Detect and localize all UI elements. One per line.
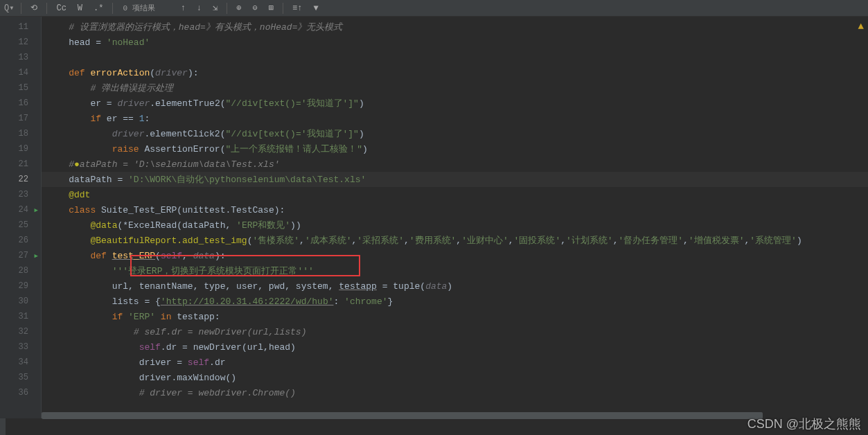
results-count: 0 项结果 [123,3,154,13]
line-number: 15 [0,80,41,96]
horizontal-scrollbar[interactable] [42,411,861,420]
separator [227,3,227,14]
separator [283,3,283,14]
code-line[interactable]: driver.maxWindow() [42,370,868,385]
scrollbar-thumb[interactable] [42,412,763,419]
filter-icon[interactable]: ▼ [311,3,320,13]
code-line[interactable]: driver.elementClick2("//div[text()='我知道了… [42,126,868,141]
regex-button[interactable]: .* [91,3,105,13]
code-line[interactable]: er = driver.elementTrue2("//div[text()='… [42,96,868,111]
prev-occ-icon[interactable]: ⟲ [28,3,39,13]
select-all-icon[interactable]: ⇲ [211,3,220,13]
code-line[interactable]: '''登录ERP，切换到子系统模块页面打开正常''' [42,263,868,278]
code-line[interactable]: #●ataPath = 'D:\selenium\data\Test.xls' [42,157,868,172]
code-line[interactable]: ⊟ def errorAction(driver): [42,65,868,80]
code-line[interactable]: # 弹出错误提示处理 [42,80,868,96]
code-line[interactable]: raise AssertionError("上一个系统报错！请人工核验！") [42,141,868,157]
line-number: 24▶ [0,202,41,218]
line-number: 22 [0,172,41,187]
line-number: 33 [0,339,41,355]
code-line[interactable]: dataPath = 'D:\WORK\自动化\pythonselenium\d… [42,172,868,187]
line-number: 25 [0,218,41,233]
line-number: 21 [0,157,41,172]
remove-selection-icon[interactable]: ⊖ [251,3,260,13]
code-line[interactable] [42,50,868,65]
find-toolbar: Q▾ ⟲ Cc W .* 0 项结果 ↑ ↓ ⇲ ⊕ ⊖ ⊞ ≡↑ ▼ [0,0,868,17]
line-number: 31 [0,309,41,324]
line-number: 32 [0,324,41,339]
line-number: 27▶ [0,248,41,263]
settings-icon[interactable]: ≡↑ [290,3,304,13]
line-number: 23 [0,187,41,202]
separator [46,3,47,14]
code-line[interactable]: @data(*ExcelRead(dataPath, 'ERP和数见')) [42,218,868,233]
line-number: 30 [0,294,41,309]
line-number: 26 [0,233,41,248]
match-case-button[interactable]: Cc [54,3,68,13]
code-line[interactable]: ⊟ if er == 1: [42,111,868,126]
line-number: 29 [0,278,41,294]
code-line[interactable]: lists = {'http://10.20.31.46:2222/wd/hub… [42,294,868,309]
line-number: 17 [0,111,41,126]
up-icon[interactable]: ↑ [179,3,188,13]
code-line[interactable]: # self.dr = newDriver(url,lists) [42,324,868,339]
run-gutter-icon[interactable]: ▶ [35,206,38,214]
line-number: 11 [0,19,41,35]
words-button[interactable]: W [76,3,85,13]
line-number: 34 [0,355,41,370]
code-line[interactable]: @BeautifulReport.add_test_img('售楼系统','成本… [42,233,868,248]
line-number: 13 [0,50,41,65]
search-icon[interactable]: Q▾ [4,3,14,13]
line-number: 12 [0,35,41,50]
line-number: 16 [0,96,41,111]
line-number: 36 [0,385,41,400]
line-number: 28 [0,263,41,278]
add-selection-icon[interactable]: ⊕ [234,3,243,13]
separator [112,3,113,14]
code-line[interactable]: driver = self.dr [42,355,868,370]
gutter: 11121314151617181921222324▶252627▶282930… [0,17,42,418]
code-line[interactable]: # 设置浏览器的运行模式，head=》有头模式，noHead=》无头模式 [42,19,868,35]
line-number: 19 [0,141,41,157]
code-line[interactable]: # driver = webdriver.Chrome() [42,385,868,400]
line-number: 14 [0,65,41,80]
code-line[interactable]: head = 'noHead' [42,35,868,50]
line-number: 18 [0,126,41,141]
code-line[interactable]: ⊟ if 'ERP' in testapp: [42,309,868,324]
select-occurrences-icon[interactable]: ⊞ [267,3,276,13]
code-area[interactable]: ▲ # 设置浏览器的运行模式，head=》有头模式，noHead=》无头模式 h… [42,17,868,418]
code-line[interactable]: @ddt [42,187,868,202]
code-line[interactable]: ⊟ def test_ERP(self, data): [42,248,868,263]
line-number: 35 [0,370,41,385]
code-line[interactable]: self.dr = newDriver(url,head) [42,339,868,355]
code-line[interactable]: url, tenantName, type, user, pwd, system… [42,278,868,294]
code-line[interactable]: ⊟ class Suite_Test_ERP(unittest.TestCase… [42,202,868,218]
separator [21,3,21,14]
editor[interactable]: 11121314151617181921222324▶252627▶282930… [0,17,868,418]
run-gutter-icon[interactable]: ▶ [35,252,38,260]
down-icon[interactable]: ↓ [195,3,204,13]
